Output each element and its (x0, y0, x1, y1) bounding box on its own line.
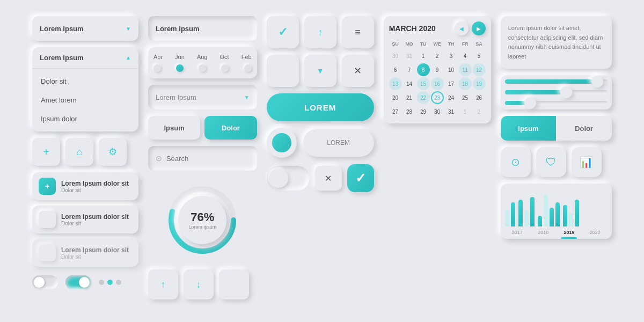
toggle-on[interactable] (65, 275, 91, 289)
square-button[interactable] (267, 55, 299, 87)
list-item[interactable]: Amet lorem (32, 91, 138, 109)
calendar-day-highlight[interactable]: 18 (459, 77, 472, 90)
dot-active[interactable] (107, 280, 113, 285)
search-icon-button[interactable]: ⊙ (501, 147, 531, 177)
calendar-day-highlight[interactable]: 12 (473, 63, 486, 76)
calendar-day[interactable]: 6 (389, 63, 402, 76)
calendar-day[interactable]: 21 (403, 91, 416, 104)
calendar-day[interactable]: 9 (431, 63, 444, 76)
calendar-day-highlight[interactable]: 11 (459, 63, 472, 76)
dropdown-closed[interactable]: Lorem Ipsum ▼ (32, 16, 138, 41)
segment-dolor[interactable]: Dolor (556, 116, 612, 141)
segment-ipsum[interactable]: Ipsum (501, 116, 557, 141)
slider-track[interactable] (505, 79, 608, 84)
list-item[interactable]: Lorem Ipsum dolor sit Dolor sit (32, 239, 138, 267)
calendar-day[interactable]: 20 (389, 91, 402, 104)
month-dot[interactable] (221, 64, 229, 72)
calendar-day-highlight[interactable]: 16 (431, 77, 444, 90)
calendar-day[interactable]: 7 (403, 63, 416, 76)
dropdown-select[interactable]: Lorem Ipsum ▼ (148, 85, 257, 109)
calendar-day[interactable]: 1 (459, 105, 472, 118)
list-item[interactable]: Dolor sit (32, 72, 138, 91)
home-icon: ⌂ (77, 147, 83, 158)
check-button[interactable]: ✓ (267, 16, 299, 48)
month-dot[interactable] (153, 64, 161, 72)
calendar-day[interactable]: 1 (417, 49, 430, 62)
dot[interactable] (99, 280, 104, 285)
calendar-day[interactable]: 2 (431, 49, 444, 62)
plus-button[interactable]: + (32, 138, 60, 166)
lorem-outline-button[interactable]: LOREM (303, 129, 374, 157)
month-dot[interactable] (244, 64, 252, 72)
calendar-day-highlight[interactable]: 19 (473, 77, 486, 90)
calendar-day[interactable]: 31 (445, 105, 458, 118)
empty-button[interactable] (219, 269, 249, 299)
chart-bars (505, 189, 608, 226)
home-button[interactable]: ⌂ (65, 138, 93, 166)
x-button[interactable]: ✕ (315, 166, 342, 191)
round-toggle[interactable] (267, 128, 297, 158)
tab-ipsum[interactable]: Ipsum (148, 116, 200, 140)
tab-dolor[interactable]: Dolor (204, 116, 257, 140)
menu-button[interactable]: ≡ (342, 16, 374, 48)
search-box[interactable]: ⊙ (148, 146, 257, 171)
check-big-button[interactable]: ✓ (347, 164, 374, 192)
settings-button[interactable]: ⚙ (99, 138, 127, 166)
bar (524, 210, 529, 226)
close-button[interactable]: ✕ (342, 55, 374, 87)
calendar-day[interactable]: 2 (473, 105, 486, 118)
chart-icon-button[interactable]: 📊 (572, 147, 602, 177)
slider-knob[interactable] (591, 76, 603, 87)
chevron-down-button[interactable]: ▼ (304, 55, 336, 87)
date-input-closed[interactable]: Lorem Ipsum (148, 16, 257, 41)
calendar-day[interactable]: 5 (473, 49, 486, 62)
x-icon: ✕ (325, 173, 332, 184)
slider-knob[interactable] (524, 97, 536, 109)
slider-track[interactable] (505, 101, 608, 105)
dot[interactable] (116, 280, 121, 285)
calendar-day[interactable]: 29 (417, 105, 430, 118)
calendar-day[interactable]: 31 (403, 49, 416, 62)
toggle-off[interactable] (32, 275, 58, 289)
shield-icon-button[interactable]: 🛡 (536, 147, 566, 177)
calendar-day-highlight[interactable]: 13 (389, 77, 402, 90)
slider-track[interactable] (505, 90, 608, 94)
list-item[interactable]: Lorem Ipsum dolor sit Dolor sit (32, 206, 138, 233)
calendar-day[interactable]: 30 (389, 49, 402, 62)
calendar-next-button[interactable]: ▶ (472, 21, 486, 35)
month-dot[interactable] (199, 64, 206, 72)
calendar-day-today[interactable]: 23 (431, 91, 444, 104)
arrow-up-button[interactable]: ↑ (148, 269, 178, 299)
list-item[interactable]: + Lorem Ipsum dolor sit Dolor sit (32, 172, 138, 200)
calendar-day[interactable]: 24 (445, 91, 458, 104)
chart-label-2020: 2020 (584, 230, 606, 235)
arrow-down-button[interactable]: ↓ (184, 269, 214, 299)
list-item[interactable]: Ipsum dolor (32, 109, 138, 128)
slider-knob[interactable] (560, 86, 572, 98)
calendar-day[interactable]: 4 (459, 49, 472, 62)
date-selector[interactable]: Apr Jun Aug Oct Feb (148, 47, 257, 78)
calendar-day[interactable]: 26 (473, 91, 486, 104)
calendar-day-highlight[interactable]: 22 (417, 91, 430, 104)
calendar-day[interactable]: 28 (403, 105, 416, 118)
segmented-control: Ipsum Dolor (501, 116, 612, 141)
lorem-big-button[interactable]: LOREM (267, 93, 374, 121)
calendar-day[interactable]: 30 (431, 105, 444, 118)
calendar-day[interactable]: 27 (389, 105, 402, 118)
calendar-day-highlight[interactable]: 15 (417, 77, 430, 90)
month-dot-active[interactable] (176, 64, 184, 72)
calendar-prev-button[interactable]: ◀ (455, 21, 469, 35)
day-header: TH (445, 40, 458, 48)
checkbox-outline[interactable] (267, 166, 310, 191)
dropdown-header[interactable]: Lorem Ipsum ▲ (32, 47, 138, 69)
dropdown-open: Lorem Ipsum ▲ Dolor sit Amet lorem Ipsum… (32, 47, 138, 131)
arrow-up-button[interactable]: ↑ (304, 16, 336, 48)
search-input[interactable] (166, 155, 250, 163)
calendar-day-active[interactable]: 8 (417, 63, 430, 76)
calendar-day[interactable]: 10 (445, 63, 458, 76)
bar (538, 216, 542, 226)
calendar-day[interactable]: 3 (445, 49, 458, 62)
calendar-day[interactable]: 25 (459, 91, 472, 104)
calendar-day[interactable]: 17 (445, 77, 458, 90)
calendar-day[interactable]: 14 (403, 77, 416, 90)
